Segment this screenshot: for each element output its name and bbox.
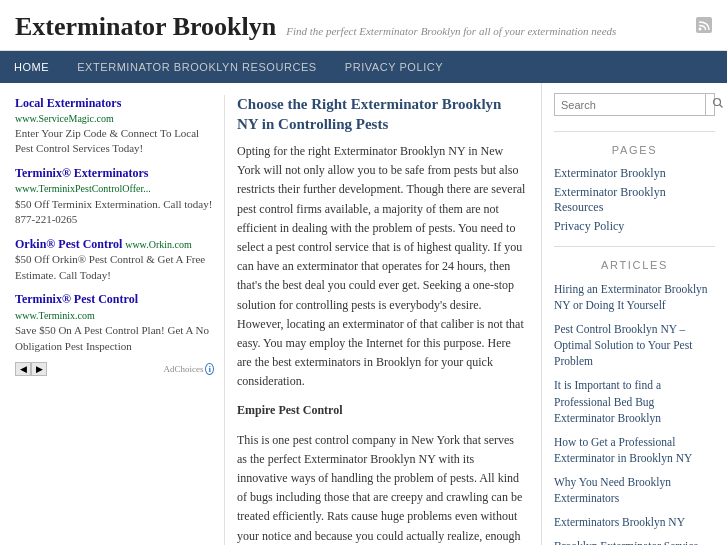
article-link-6[interactable]: Brooklyn Exterminator Service [554, 536, 715, 545]
adchoices: AdChoices i [163, 363, 214, 375]
svg-line-3 [720, 105, 723, 108]
article-body: Opting for the right Exterminator Brookl… [237, 142, 526, 545]
ad-1: Local Exterminators www.ServiceMagic.com… [15, 95, 214, 157]
ad-2: Terminix® Exterminators www.TerminixPest… [15, 165, 214, 228]
article-content: Choose the Right Exterminator Brooklyn N… [237, 95, 526, 545]
page-link-1[interactable]: Exterminator Brooklyn Resources [554, 183, 715, 217]
ad-controls: ◀ ▶ AdChoices i [15, 362, 214, 376]
sidebar: PAGES Exterminator Brooklyn Exterminator… [542, 83, 727, 545]
search-button[interactable] [705, 94, 727, 115]
article-link-3[interactable]: How to Get a Professional Exterminator i… [554, 432, 715, 468]
nav-resources[interactable]: EXTERMINATOR BROOKLYN RESOURCES [63, 51, 331, 83]
article-link-1[interactable]: Pest Control Brooklyn NY – Optimal Solut… [554, 319, 715, 371]
adchoices-label: AdChoices [163, 364, 203, 374]
page-link-0[interactable]: Exterminator Brooklyn [554, 164, 715, 183]
site-title: Exterminator Brooklyn [15, 12, 276, 42]
article-link-0[interactable]: Hiring an Exterminator Brooklyn NY or Do… [554, 279, 715, 315]
search-box-wrapper [554, 93, 715, 116]
article-title: Choose the Right Exterminator Brooklyn N… [237, 95, 526, 134]
articles-section-title: ARTICLES [554, 259, 715, 271]
search-input[interactable] [555, 94, 705, 115]
ad-4-desc: Save $50 On A Pest Control Plan! Get A N… [15, 323, 214, 354]
ad-2-url: www.TerminixPestControlOffer... [15, 183, 151, 194]
pages-section: PAGES Exterminator Brooklyn Exterminator… [554, 144, 715, 236]
ad-4-title[interactable]: Terminix® Pest Control [15, 292, 138, 306]
ad-4-url: www.Terminix.com [15, 310, 95, 321]
pages-list: Exterminator Brooklyn Exterminator Brook… [554, 164, 715, 236]
ad-3-desc: $50 Off Orkin® Pest Control & Get A Free… [15, 252, 214, 283]
search-section [554, 93, 715, 116]
articles-section: ARTICLES Hiring an Exterminator Brooklyn… [554, 259, 715, 545]
ad-1-url-text: www.ServiceMagic.com [15, 112, 214, 126]
sidebar-divider-1 [554, 131, 715, 132]
ad-3-title[interactable]: Orkin® Pest Control [15, 237, 122, 251]
svg-point-2 [714, 99, 721, 106]
ads-column: Local Exterminators www.ServiceMagic.com… [15, 95, 225, 545]
site-header: Exterminator Brooklyn Find the perfect E… [0, 0, 727, 51]
article-link-2[interactable]: It is Important to find a Professional B… [554, 375, 715, 427]
adchoices-icon: i [205, 363, 214, 375]
article-para-2: This is one pest control company in New … [237, 431, 526, 545]
nav-privacy[interactable]: PRIVACY POLICY [331, 51, 457, 83]
ad-3: Orkin® Pest Control www.Orkin.com $50 Of… [15, 236, 214, 284]
pages-section-title: PAGES [554, 144, 715, 156]
ad-next-button[interactable]: ▶ [31, 362, 47, 376]
sidebar-divider-2 [554, 246, 715, 247]
article-column: Choose the Right Exterminator Brooklyn N… [237, 95, 526, 545]
ad-2-desc: $50 Off Terminix Extermination. Call tod… [15, 197, 214, 228]
ad-1-desc: Enter Your Zip Code & Connect To Local P… [15, 126, 214, 157]
rss-icon[interactable] [696, 17, 712, 37]
ads-section: Local Exterminators www.ServiceMagic.com… [15, 95, 214, 376]
nav-home[interactable]: HOME [0, 51, 63, 83]
content-area: Local Exterminators www.ServiceMagic.com… [0, 83, 542, 545]
section-empire: Empire Pest Control [237, 401, 526, 420]
article-link-4[interactable]: Why You Need Brooklyn Exterminators [554, 472, 715, 508]
article-para-1: Opting for the right Exterminator Brookl… [237, 142, 526, 391]
ad-4: Terminix® Pest Control www.Terminix.com … [15, 291, 214, 354]
navigation: HOME EXTERMINATOR BROOKLYN RESOURCES PRI… [0, 51, 727, 83]
ad-1-title[interactable]: Local Exterminators [15, 96, 121, 110]
svg-rect-0 [696, 17, 712, 33]
site-tagline: Find the perfect Exterminator Brooklyn f… [286, 25, 686, 37]
ad-prev-button[interactable]: ◀ [15, 362, 31, 376]
svg-point-1 [699, 28, 702, 31]
ad-3-url: www.Orkin.com [125, 239, 192, 250]
articles-list: Hiring an Exterminator Brooklyn NY or Do… [554, 279, 715, 545]
page-link-2[interactable]: Privacy Policy [554, 217, 715, 236]
article-link-5[interactable]: Exterminators Brooklyn NY [554, 512, 715, 532]
ad-2-title[interactable]: Terminix® Exterminators [15, 166, 149, 180]
main-container: Local Exterminators www.ServiceMagic.com… [0, 83, 727, 545]
